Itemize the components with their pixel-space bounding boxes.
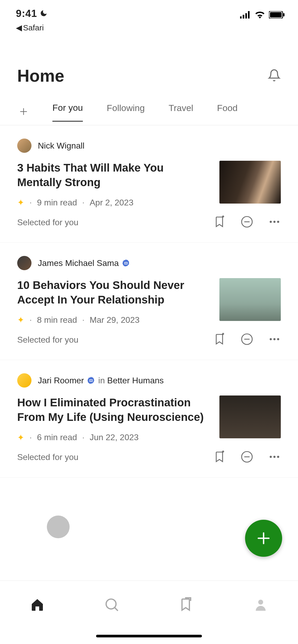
- svg-point-13: [270, 221, 272, 223]
- page-title: Home: [17, 66, 64, 86]
- verified-badge-icon: [122, 259, 130, 267]
- show-less-button[interactable]: [241, 333, 253, 347]
- add-topic-button[interactable]: [19, 107, 29, 118]
- home-indicator[interactable]: [96, 635, 202, 637]
- svg-rect-3: [248, 11, 250, 19]
- recommendation-label: Selected for you: [17, 335, 78, 345]
- cellular-signal-icon: [240, 11, 251, 20]
- moon-icon: [40, 9, 48, 18]
- svg-rect-17: [125, 263, 126, 264]
- more-options-button[interactable]: [268, 450, 281, 464]
- touch-indicator: [47, 516, 70, 538]
- publication-name[interactable]: Better Humans: [107, 376, 164, 385]
- author-name[interactable]: James Michael Sama: [38, 258, 119, 268]
- back-caret-icon: ◀: [16, 23, 22, 32]
- svg-point-33: [270, 456, 272, 458]
- svg-point-38: [106, 599, 116, 609]
- read-time: 9 min read: [37, 198, 77, 208]
- article-card[interactable]: Jari Roomer in Better Humans How I Elimi…: [0, 360, 298, 477]
- publish-date: Apr 2, 2023: [90, 198, 133, 208]
- notifications-button[interactable]: [268, 69, 281, 83]
- nav-profile[interactable]: [250, 594, 271, 615]
- article-thumbnail: [219, 161, 281, 204]
- wifi-icon: [255, 11, 265, 20]
- svg-point-25: [277, 338, 279, 340]
- bookmark-add-button[interactable]: [213, 450, 226, 464]
- author-avatar[interactable]: [17, 139, 31, 153]
- publication-prefix: in: [98, 376, 105, 385]
- author-name[interactable]: Jari Roomer: [38, 376, 84, 385]
- tab-for-you[interactable]: For you: [52, 103, 83, 122]
- members-star-icon: ✦: [17, 197, 24, 208]
- nav-home[interactable]: [27, 594, 48, 615]
- more-options-button[interactable]: [268, 333, 281, 347]
- svg-rect-18: [126, 263, 127, 264]
- publish-date: Jun 22, 2023: [90, 433, 139, 442]
- tab-food[interactable]: Food: [217, 103, 238, 121]
- tab-following[interactable]: Following: [107, 103, 145, 121]
- svg-line-39: [115, 608, 118, 611]
- article-meta: ✦ · 8 min read · Mar 29, 2023: [17, 315, 209, 325]
- feed: Nick Wignall 3 Habits That Will Make You…: [0, 125, 298, 478]
- article-meta: ✦ · 6 min read · Jun 22, 2023: [17, 433, 209, 443]
- svg-point-14: [273, 221, 276, 223]
- svg-rect-1: [243, 15, 244, 19]
- status-time: 9:41: [16, 8, 37, 19]
- article-card[interactable]: Nick Wignall 3 Habits That Will Make You…: [0, 125, 298, 243]
- read-time: 6 min read: [37, 433, 77, 442]
- bookmark-add-button[interactable]: [213, 215, 226, 229]
- svg-rect-6: [283, 13, 285, 16]
- svg-point-23: [270, 338, 272, 340]
- page-header: Home: [0, 26, 298, 99]
- nav-bookmarks[interactable]: [176, 594, 197, 615]
- article-card[interactable]: James Michael Sama 10 Behaviors You Shou…: [0, 243, 298, 360]
- svg-point-40: [258, 600, 263, 605]
- svg-rect-27: [90, 380, 91, 381]
- svg-rect-28: [91, 380, 92, 381]
- members-star-icon: ✦: [17, 315, 24, 325]
- article-thumbnail: [219, 278, 281, 321]
- publish-date: Mar 29, 2023: [90, 315, 140, 325]
- nav-search[interactable]: [101, 594, 122, 615]
- show-less-button[interactable]: [241, 215, 253, 229]
- article-title: 10 Behaviors You Should Never Accept In …: [17, 278, 209, 307]
- svg-point-34: [273, 456, 276, 458]
- show-less-button[interactable]: [241, 450, 253, 464]
- author-avatar[interactable]: [17, 373, 31, 388]
- recommendation-label: Selected for you: [17, 218, 78, 227]
- compose-fab[interactable]: [245, 520, 282, 557]
- read-time: 8 min read: [37, 315, 77, 325]
- verified-badge-icon: [87, 376, 95, 384]
- article-title: How I Eliminated Procrastination From My…: [17, 395, 209, 424]
- svg-point-35: [277, 456, 279, 458]
- svg-rect-2: [245, 13, 247, 19]
- author-avatar[interactable]: [17, 256, 31, 270]
- back-app-label: Safari: [23, 23, 44, 32]
- battery-icon: [269, 11, 285, 20]
- bookmark-add-button[interactable]: [213, 333, 226, 347]
- svg-rect-0: [240, 16, 242, 19]
- svg-rect-5: [270, 12, 282, 17]
- members-star-icon: ✦: [17, 433, 24, 443]
- bottom-nav: [0, 581, 298, 644]
- author-name[interactable]: Nick Wignall: [38, 141, 84, 151]
- status-bar: 9:41 ◀ Safari: [0, 0, 298, 26]
- article-title: 3 Habits That Will Make You Mentally Str…: [17, 161, 209, 190]
- svg-point-24: [273, 338, 276, 340]
- more-options-button[interactable]: [268, 215, 281, 229]
- back-to-app[interactable]: ◀ Safari: [16, 23, 44, 32]
- svg-point-15: [277, 221, 279, 223]
- tab-travel[interactable]: Travel: [169, 103, 193, 121]
- article-meta: ✦ · 9 min read · Apr 2, 2023: [17, 197, 209, 208]
- feed-tabs: For you Following Travel Food: [0, 99, 298, 125]
- article-thumbnail: [219, 395, 281, 438]
- recommendation-label: Selected for you: [17, 452, 78, 462]
